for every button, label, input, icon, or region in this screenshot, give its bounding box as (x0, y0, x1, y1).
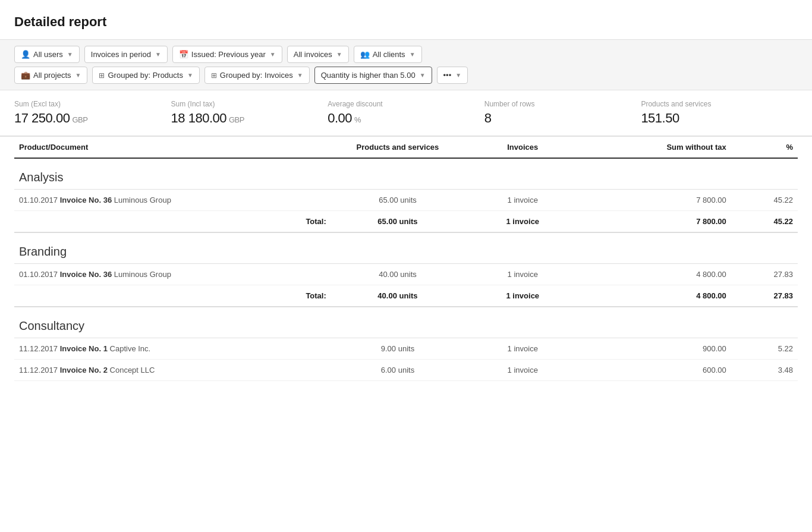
total-percent: 27.83 (731, 285, 798, 307)
stat-avg-discount: Average discount 0.00% (328, 100, 484, 126)
invoice-num: Invoice No. 36 (60, 270, 112, 279)
filter-issued-date[interactable]: 📅 Issued: Previous year ▼ (172, 46, 282, 63)
row-products-services: 40.00 units (331, 264, 464, 285)
th-percent: % (731, 137, 798, 158)
filter-more-options[interactable]: ••• ▼ (437, 67, 468, 84)
stat-num-rows: Number of rows 8 (484, 100, 641, 126)
stat-sum-excl-tax-label: Sum (Excl tax) (14, 100, 159, 108)
th-sum-without-tax: Sum without tax (581, 137, 731, 158)
row-products-services: 9.00 units (331, 338, 464, 360)
chevron-icon: ▼ (410, 51, 416, 58)
section-consultancy-header: Consultancy (14, 307, 798, 338)
total-invoices: 1 invoice (464, 211, 581, 233)
row-percent: 45.22 (731, 190, 798, 211)
analysis-total-row: Total: 65.00 units 1 invoice 7 800.00 45… (14, 211, 798, 233)
filter-all-users-label: All users (33, 50, 63, 59)
section-branding-label: Branding (14, 232, 798, 264)
table-row: 11.12.2017 Invoice No. 2 Concept LLC 6.0… (14, 360, 798, 381)
chevron-icon: ▼ (75, 72, 81, 78)
page-header: Detailed report (0, 0, 812, 40)
stat-sum-incl-tax-label: Sum (Incl tax) (171, 100, 316, 108)
table-row: 01.10.2017 Invoice No. 36 Luminous Group… (14, 190, 798, 211)
filter-grouped-products-label: Grouped by: Products (108, 71, 182, 80)
filters-bar: 👤 All users ▼ Invoices in period ▼ 📅 Iss… (0, 40, 812, 90)
filters-row-2: 💼 All projects ▼ ⊞ Grouped by: Products … (14, 67, 798, 84)
total-sum: 7 800.00 (581, 211, 731, 233)
th-product-doc: Product/Document (14, 137, 331, 158)
row-products-services: 6.00 units (331, 360, 464, 381)
filter-all-projects[interactable]: 💼 All projects ▼ (14, 67, 87, 84)
stat-num-rows-value: 8 (484, 111, 630, 126)
chevron-icon: ▼ (270, 51, 276, 58)
invoice-num: Invoice No. 2 (60, 366, 108, 374)
table-header-row: Product/Document Products and services I… (14, 137, 798, 158)
report-table: Product/Document Products and services I… (14, 137, 798, 381)
filter-invoices-period[interactable]: Invoices in period ▼ (84, 46, 168, 63)
total-label: Total: (14, 285, 331, 307)
total-products-services: 40.00 units (331, 285, 464, 307)
row-percent: 5.22 (731, 338, 798, 360)
filter-invoices-period-label: Invoices in period (91, 50, 151, 59)
section-analysis-header: Analysis (14, 158, 798, 190)
row-invoices: 1 invoice (464, 360, 581, 381)
row-product-doc: 01.10.2017 Invoice No. 36 Luminous Group (14, 264, 331, 285)
chevron-icon: ▼ (420, 72, 426, 78)
stat-sum-excl-tax: Sum (Excl tax) 17 250.00GBP (14, 100, 171, 126)
invoice-num: Invoice No. 1 (60, 344, 108, 353)
stat-products-services: Products and services 151.50 (641, 100, 798, 126)
filter-all-invoices[interactable]: All invoices ▼ (287, 46, 349, 63)
filter-all-users[interactable]: 👤 All users ▼ (14, 46, 80, 63)
row-invoices: 1 invoice (464, 264, 581, 285)
table-row: 11.12.2017 Invoice No. 1 Captive Inc. 9.… (14, 338, 798, 360)
section-analysis-label: Analysis (14, 158, 798, 190)
table-container: Product/Document Products and services I… (0, 137, 812, 381)
th-products-services: Products and services (331, 137, 464, 158)
filter-grouped-invoices-label: Grouped by: Invoices (220, 71, 293, 80)
row-sum: 7 800.00 (581, 190, 731, 211)
filter-all-clients[interactable]: 👥 All clients ▼ (354, 46, 422, 63)
projects-icon: 💼 (21, 71, 30, 80)
chevron-icon: ▼ (187, 72, 193, 78)
user-icon: 👤 (21, 50, 30, 59)
row-percent: 3.48 (731, 360, 798, 381)
chevron-icon: ▼ (67, 51, 73, 58)
row-product-doc: 01.10.2017 Invoice No. 36 Luminous Group (14, 190, 331, 211)
filter-grouped-products[interactable]: ⊞ Grouped by: Products ▼ (92, 67, 199, 84)
grid-icon: ⊞ (99, 71, 105, 80)
row-sum: 900.00 (581, 338, 731, 360)
stats-bar: Sum (Excl tax) 17 250.00GBP Sum (Incl ta… (0, 90, 812, 137)
total-products-services: 65.00 units (331, 211, 464, 233)
stat-avg-discount-label: Average discount (328, 100, 473, 108)
stat-sum-incl-tax-value: 18 180.00GBP (171, 111, 316, 126)
row-product-doc: 11.12.2017 Invoice No. 2 Concept LLC (14, 360, 331, 381)
filter-issued-date-label: Issued: Previous year (191, 50, 266, 59)
calendar-icon: 📅 (179, 50, 188, 59)
filter-quantity-label: Quantity is higher than 5.00 (321, 71, 416, 80)
row-sum: 4 800.00 (581, 264, 731, 285)
stat-products-services-label: Products and services (641, 100, 786, 108)
row-percent: 27.83 (731, 264, 798, 285)
section-branding-header: Branding (14, 232, 798, 264)
stat-avg-discount-value: 0.00% (328, 111, 473, 126)
row-invoices: 1 invoice (464, 338, 581, 360)
total-percent: 45.22 (731, 211, 798, 233)
row-products-services: 65.00 units (331, 190, 464, 211)
chevron-icon: ▼ (455, 72, 461, 78)
grid-icon-2: ⊞ (211, 71, 217, 80)
stat-sum-excl-tax-value: 17 250.00GBP (14, 111, 159, 126)
table-row: 01.10.2017 Invoice No. 36 Luminous Group… (14, 264, 798, 285)
filters-row-1: 👤 All users ▼ Invoices in period ▼ 📅 Iss… (14, 46, 798, 63)
total-invoices: 1 invoice (464, 285, 581, 307)
row-sum: 600.00 (581, 360, 731, 381)
invoice-num: Invoice No. 36 (60, 196, 112, 204)
filter-all-invoices-label: All invoices (294, 50, 332, 59)
total-sum: 4 800.00 (581, 285, 731, 307)
filter-all-clients-label: All clients (373, 50, 405, 59)
filter-quantity[interactable]: Quantity is higher than 5.00 ▼ (314, 67, 432, 84)
section-consultancy-label: Consultancy (14, 307, 798, 338)
filter-all-projects-label: All projects (33, 71, 71, 80)
row-invoices: 1 invoice (464, 190, 581, 211)
th-invoices: Invoices (464, 137, 581, 158)
filter-grouped-invoices[interactable]: ⊞ Grouped by: Invoices ▼ (204, 67, 310, 84)
filter-more-label: ••• (443, 71, 452, 80)
